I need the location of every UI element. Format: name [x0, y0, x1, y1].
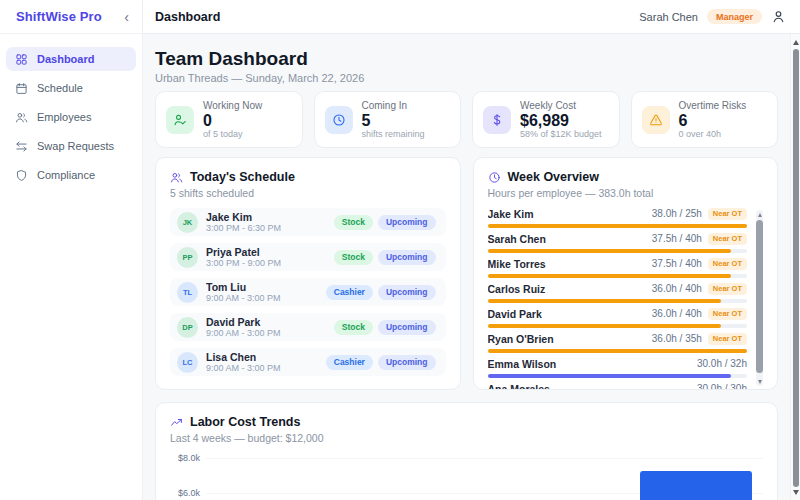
swap-arrows-icon: [15, 140, 28, 153]
status-badge: Upcoming: [378, 215, 436, 230]
week-employee-name: Emma Wilson: [488, 358, 557, 370]
app-window: ShiftWise Pro ‹ Dashboard Schedule Emplo…: [0, 0, 800, 500]
week-employee-name: Ana Morales: [488, 383, 550, 391]
shift-row: PP Priya Patel 3:00 PM - 9:00 PM Stock U…: [170, 243, 446, 271]
week-hours-label: 38.0h / 25h: [652, 208, 702, 219]
week-hours-label: 36.0h / 35h: [652, 333, 702, 344]
stat-label: Working Now: [203, 100, 262, 112]
stat-label: Weekly Cost: [520, 100, 602, 112]
hours-progress-track: [488, 324, 748, 328]
topbar-title: Dashboard: [155, 10, 220, 24]
person-icon[interactable]: [771, 9, 786, 24]
shift-time: 9:00 AM - 3:00 PM: [206, 363, 281, 374]
near-ot-badge: Near OT: [708, 233, 747, 245]
role-badge: Cashier: [326, 285, 373, 300]
hours-progress-track: [488, 274, 748, 278]
shift-row: JK Jake Kim 3:00 PM - 6:30 PM Stock Upco…: [170, 208, 446, 236]
week-employee-row: Ana Morales 30.0h / 30h: [488, 382, 748, 390]
role-badge: Stock: [334, 215, 373, 230]
clock-icon: [332, 113, 346, 127]
sidebar-item-employees[interactable]: Employees: [6, 105, 136, 129]
scroll-up-arrow-icon[interactable]: [758, 213, 762, 217]
labor-panel-header: Labor Cost Trends: [170, 415, 763, 429]
week-scrollbar-thumb[interactable]: [756, 220, 763, 373]
week-employee-name: David Park: [488, 308, 542, 320]
week-row-header: Emma Wilson 30.0h / 32h: [488, 357, 748, 370]
stat-value: 6: [679, 112, 747, 129]
stat-card: Overtime Risks 6 0 over 40h: [631, 91, 779, 148]
near-ot-badge: Near OT: [708, 258, 747, 270]
stats-row: Working Now 0 of 5 today Coming In 5 shi…: [155, 91, 778, 148]
scroll-up-arrow-icon[interactable]: [793, 40, 799, 45]
schedule-panel-header: Today's Schedule: [170, 170, 446, 184]
scroll-down-arrow-icon[interactable]: [758, 380, 762, 384]
stat-value: 5: [362, 112, 425, 129]
shift-employee-name: Priya Patel: [206, 246, 281, 258]
user-check-icon: [173, 113, 187, 127]
stat-icon-box: [166, 106, 194, 134]
shift-employee-name: Tom Liu: [206, 281, 281, 293]
sidebar-brand-row: ShiftWise Pro ‹: [0, 0, 142, 34]
week-employee-row: David Park 36.0h / 40h Near OT: [488, 307, 748, 328]
week-employee-list[interactable]: Jake Kim 38.0h / 25h Near OT Sarah Chen …: [488, 207, 764, 390]
stat-text: Weekly Cost $6,989 58% of $12K budget: [520, 100, 602, 140]
shift-employee-name: Lisa Chen: [206, 351, 281, 363]
hours-progress-bar: [488, 274, 731, 278]
stat-text: Overtime Risks 6 0 over 40h: [679, 100, 747, 140]
shift-text: Priya Patel 3:00 PM - 9:00 PM: [206, 246, 281, 269]
avatar: TL: [177, 282, 198, 303]
todays-schedule-panel: Today's Schedule 5 shifts scheduled JK J…: [155, 157, 461, 390]
users-icon: [15, 111, 28, 124]
page-scrollbar[interactable]: [790, 34, 800, 500]
topbar: Dashboard Sarah Chen Manager: [143, 0, 800, 34]
hours-progress-bar: [488, 249, 731, 253]
stat-subtext: of 5 today: [203, 129, 262, 140]
week-panel-header: Week Overview: [488, 170, 764, 184]
scroll-down-arrow-icon[interactable]: [793, 490, 799, 495]
week-employee-name: Mike Torres: [488, 258, 546, 270]
sidebar-item-label: Schedule: [37, 82, 83, 94]
week-overview-panel: Week Overview Hours per employee — 383.0…: [473, 157, 779, 390]
week-panel-subtitle: Hours per employee — 383.0h total: [488, 187, 764, 199]
sidebar-collapse-icon[interactable]: ‹: [121, 10, 132, 24]
sidebar-item-compliance[interactable]: Compliance: [6, 163, 136, 187]
status-badge: Upcoming: [378, 320, 436, 335]
calendar-icon: [15, 82, 28, 95]
shift-row: DP David Park 9:00 AM - 3:00 PM Stock Up…: [170, 313, 446, 341]
week-row-header: Jake Kim 38.0h / 25h Near OT: [488, 207, 748, 220]
stat-label: Coming In: [362, 100, 425, 112]
week-employee-row: Jake Kim 38.0h / 25h Near OT: [488, 207, 748, 228]
status-badge: Upcoming: [378, 285, 436, 300]
sidebar-item-label: Dashboard: [37, 53, 94, 65]
week-row-header: Ana Morales 30.0h / 30h: [488, 382, 748, 390]
avatar: JK: [177, 212, 198, 233]
week4-cost-bar[interactable]: [640, 471, 752, 500]
shift-time: 9:00 AM - 3:00 PM: [206, 328, 281, 339]
week-row-header: Mike Torres 37.5h / 40h Near OT: [488, 257, 748, 270]
labor-cost-trends-panel: Labor Cost Trends Last 4 weeks — budget:…: [155, 402, 778, 500]
near-ot-badge: Near OT: [708, 333, 747, 345]
stat-text: Coming In 5 shifts remaining: [362, 100, 425, 140]
stat-subtext: 58% of $12K budget: [520, 129, 602, 140]
week-hours-label: 36.0h / 40h: [652, 308, 702, 319]
week-hours-label: 30.0h / 30h: [697, 383, 747, 390]
page-scrollbar-thumb[interactable]: [793, 49, 799, 487]
clock-icon: [488, 171, 501, 184]
sidebar-item-schedule[interactable]: Schedule: [6, 76, 136, 100]
stat-value: 0: [203, 112, 262, 129]
sidebar-item-swap-requests[interactable]: Swap Requests: [6, 134, 136, 158]
stat-card: Coming In 5 shifts remaining: [314, 91, 462, 148]
status-badge: Upcoming: [378, 250, 436, 265]
shift-badges: Cashier Upcoming: [326, 285, 436, 300]
stat-icon-box: [483, 106, 511, 134]
week-employee-row: Carlos Ruiz 36.0h / 40h Near OT: [488, 282, 748, 303]
sidebar-item-dashboard[interactable]: Dashboard: [6, 47, 136, 71]
app-logo: ShiftWise Pro: [16, 9, 102, 24]
shift-badges: Cashier Upcoming: [326, 355, 436, 370]
hours-progress-track: [488, 224, 748, 228]
gridline-8k: [206, 458, 763, 459]
week-list-scrollbar[interactable]: [756, 210, 763, 386]
shift-employee-name: David Park: [206, 316, 281, 328]
week-row-header: David Park 36.0h / 40h Near OT: [488, 307, 748, 320]
labor-cost-chart: $8.0k $6.0k: [170, 451, 763, 500]
